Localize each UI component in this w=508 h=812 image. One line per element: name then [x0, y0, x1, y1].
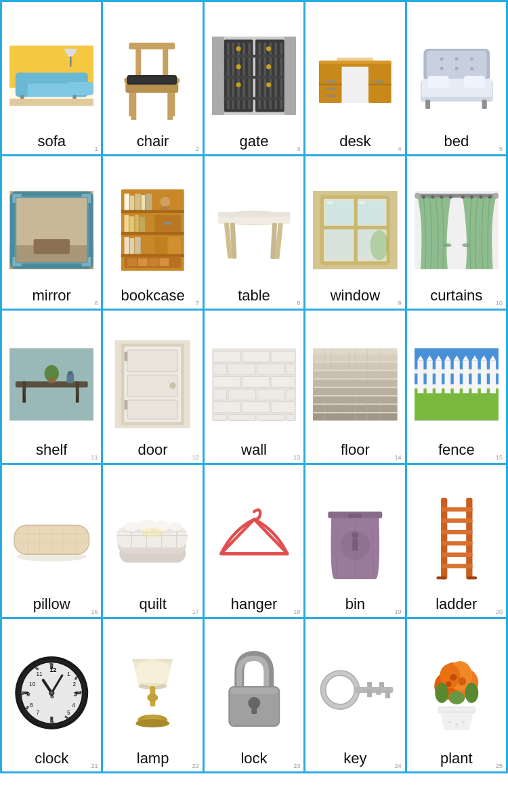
svg-rect-73: [463, 76, 484, 88]
card-image-window: [308, 176, 402, 284]
svg-rect-334: [385, 690, 390, 698]
svg-point-350: [446, 681, 451, 687]
card-image-shelf: [5, 330, 98, 438]
svg-rect-272: [441, 508, 472, 512]
svg-rect-102: [125, 215, 129, 232]
card-image-hanger: [207, 484, 301, 593]
svg-rect-134: [326, 229, 353, 259]
card-image-desk: [308, 22, 402, 130]
svg-rect-109: [130, 238, 135, 254]
svg-rect-25: [212, 37, 224, 115]
svg-rect-26: [284, 37, 296, 115]
svg-rect-169: [127, 400, 177, 419]
card-image-gate: [207, 22, 301, 130]
card-pillow: pillow 16: [2, 465, 103, 619]
svg-rect-278: [436, 577, 446, 580]
svg-point-150: [469, 195, 473, 198]
card-floor: floor 14: [305, 311, 406, 465]
svg-point-317: [148, 694, 158, 702]
svg-rect-219: [436, 360, 442, 393]
svg-rect-191: [213, 414, 226, 420]
card-number-11: 11: [91, 454, 98, 461]
svg-point-352: [455, 723, 458, 726]
svg-point-256: [169, 522, 183, 531]
card-number-8: 8: [297, 300, 300, 307]
svg-rect-332: [367, 690, 372, 698]
card-label-table: table: [238, 287, 270, 304]
svg-rect-111: [154, 237, 167, 254]
svg-rect-23: [129, 76, 176, 83]
svg-point-146: [431, 195, 434, 198]
card-label-chair: chair: [137, 133, 169, 150]
svg-rect-188: [213, 402, 240, 413]
svg-text:9: 9: [26, 691, 30, 698]
svg-rect-178: [228, 364, 255, 375]
svg-point-149: [461, 195, 464, 198]
svg-point-65: [454, 57, 458, 60]
svg-rect-274: [441, 530, 472, 535]
svg-point-151: [479, 195, 482, 198]
svg-point-147: [440, 195, 443, 198]
svg-text:7: 7: [36, 709, 39, 716]
card-bin: bin 19: [305, 465, 406, 619]
svg-point-138: [371, 230, 389, 260]
card-shelf: shelf 11: [2, 311, 103, 465]
svg-rect-79: [34, 239, 70, 254]
card-number-5: 5: [499, 145, 503, 152]
card-number-10: 10: [496, 300, 503, 307]
svg-rect-136: [327, 202, 333, 204]
svg-rect-180: [286, 364, 295, 375]
svg-rect-183: [271, 376, 295, 387]
svg-point-315: [136, 659, 170, 686]
card-window: window 9: [305, 156, 406, 311]
card-image-key: [308, 639, 402, 747]
card-lock: lock 23: [205, 619, 305, 773]
svg-rect-192: [228, 414, 255, 420]
card-image-table: [207, 176, 301, 284]
svg-rect-262: [348, 514, 362, 518]
card-quilt: quilt 17: [103, 465, 204, 619]
svg-rect-93: [121, 232, 184, 235]
svg-point-148: [448, 195, 452, 198]
svg-rect-41: [224, 97, 284, 99]
card-label-pillow: pillow: [33, 595, 70, 613]
svg-rect-217: [426, 360, 432, 393]
card-number-23: 23: [293, 763, 300, 769]
svg-rect-110: [135, 237, 141, 254]
svg-rect-182: [242, 376, 269, 387]
card-label-lamp: lamp: [137, 750, 169, 767]
card-label-desk: desk: [339, 133, 371, 150]
card-label-lock: lock: [240, 750, 267, 767]
card-image-wall: [207, 330, 301, 438]
svg-rect-59: [368, 84, 391, 86]
svg-rect-276: [441, 552, 472, 557]
svg-rect-72: [427, 76, 448, 88]
card-gate: gate 3: [205, 2, 305, 156]
svg-point-170: [170, 382, 176, 388]
svg-rect-181: [213, 376, 240, 387]
card-number-21: 21: [91, 763, 98, 769]
card-table: table 8: [205, 156, 305, 311]
svg-rect-99: [146, 194, 152, 210]
svg-rect-39: [224, 55, 284, 58]
card-number-3: 3: [297, 145, 300, 152]
svg-rect-221: [444, 360, 450, 393]
svg-point-346: [465, 683, 478, 703]
card-label-floor: floor: [341, 441, 370, 459]
card-image-lamp: [106, 639, 199, 747]
svg-rect-54: [326, 88, 335, 90]
svg-rect-277: [441, 564, 472, 568]
card-image-floor: [308, 330, 402, 438]
card-image-quilt: [106, 484, 199, 593]
card-label-shelf: shelf: [36, 441, 67, 459]
svg-point-353: [462, 721, 465, 723]
svg-rect-56: [375, 81, 383, 83]
svg-rect-187: [286, 389, 295, 400]
card-image-mirror: [5, 176, 98, 284]
svg-rect-184: [213, 389, 226, 400]
svg-rect-74: [425, 100, 430, 109]
svg-rect-11: [9, 99, 94, 106]
svg-rect-174: [213, 351, 240, 362]
svg-rect-58: [319, 84, 342, 86]
svg-rect-57: [342, 67, 368, 103]
